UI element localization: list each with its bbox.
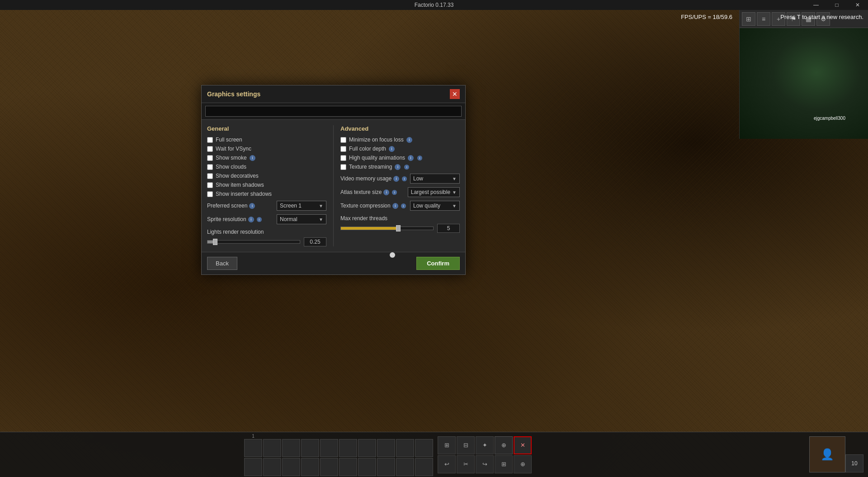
lights-render-slider[interactable] (207, 240, 300, 244)
texture-streaming-checkbox[interactable] (340, 164, 346, 170)
slot-1[interactable] (244, 439, 262, 457)
action-icon-3[interactable]: ✦ (476, 436, 494, 454)
max-render-threads-row: Max render threads 5 (340, 215, 460, 233)
high-quality-anim-info-icon[interactable]: i (408, 155, 414, 161)
dialog-titlebar: Graphics settings ✕ (202, 85, 465, 103)
full-screen-label: Full screen (216, 137, 242, 143)
minimize-button[interactable]: — (806, 0, 826, 10)
action-icon-4[interactable]: ⊕ (495, 436, 513, 454)
search-input[interactable] (205, 106, 462, 117)
slot-6[interactable] (339, 439, 357, 457)
hotbar-row2 (244, 458, 433, 476)
high-quality-anim-info2-icon[interactable]: i (417, 156, 422, 161)
action-icon-10[interactable]: ⊕ (514, 455, 532, 473)
item-shadows-checkbox[interactable] (207, 182, 213, 188)
sprite-resolution-info-icon[interactable]: i (248, 217, 254, 222)
preferred-screen-dropdown[interactable]: Screen 1 ▼ (277, 201, 326, 211)
video-memory-info-icon[interactable]: i (393, 176, 399, 182)
slot-3[interactable] (282, 439, 300, 457)
texture-compression-row: Texture compression i i Low quality ▼ (340, 201, 460, 211)
atlas-texture-arrow: ▼ (452, 190, 457, 195)
video-memory-dropdown[interactable]: Low ▼ (410, 174, 460, 184)
preferred-screen-info-icon[interactable]: i (249, 203, 255, 209)
checkbox-inserter-shadows: Show inserter shadows (207, 191, 326, 197)
slot-8[interactable] (377, 439, 395, 457)
count-badge: 10 (845, 454, 863, 472)
confirm-button[interactable]: Confirm (416, 257, 460, 270)
checkbox-smoke: Show smoke i (207, 155, 326, 161)
slot-19[interactable] (396, 458, 414, 476)
action-icon-6[interactable]: ↩ (438, 455, 456, 473)
texture-compression-info2-icon[interactable]: i (401, 203, 406, 208)
slot-11[interactable] (244, 458, 262, 476)
texture-streaming-info-icon[interactable]: i (395, 164, 401, 170)
full-color-info-icon[interactable]: i (389, 146, 395, 152)
slot-17[interactable] (358, 458, 376, 476)
preferred-screen-arrow: ▼ (319, 203, 323, 208)
action-icon-8[interactable]: ↪ (476, 455, 494, 473)
preferred-screen-row: Preferred screen i Screen 1 ▼ (207, 201, 326, 211)
research-hint: Press T to start a new research. (780, 14, 863, 20)
maximize-button[interactable]: □ (826, 0, 847, 10)
minimize-focus-checkbox[interactable] (340, 137, 346, 143)
toolbar-icon-list[interactable]: ≡ (757, 12, 770, 26)
slot-14[interactable] (301, 458, 319, 476)
sprite-resolution-arrow: ▼ (319, 217, 323, 222)
window-close-button[interactable]: ✕ (847, 0, 868, 10)
slot-15[interactable] (320, 458, 338, 476)
character-icon[interactable]: 👤 (809, 436, 845, 472)
minimap[interactable]: ejgcampbell300 (740, 28, 868, 139)
video-memory-label: Video memory usage i i (340, 175, 407, 182)
slot-7[interactable] (358, 439, 376, 457)
action-icon-5[interactable]: ✕ (514, 436, 532, 454)
window-controls: — □ ✕ (806, 0, 868, 10)
back-button[interactable]: Back (207, 257, 237, 270)
checkbox-high-quality-anim: High quality animations i i (340, 155, 460, 161)
smoke-info-icon[interactable]: i (250, 155, 255, 161)
checkbox-vsync: Wait for VSync (207, 146, 326, 152)
lights-render-handle[interactable] (213, 239, 217, 245)
action-icon-9[interactable]: ⊞ (495, 455, 513, 473)
sprite-resolution-dropdown[interactable]: Normal ▼ (277, 214, 326, 224)
slot-13[interactable] (282, 458, 300, 476)
atlas-texture-info2-icon[interactable]: i (392, 190, 397, 195)
slot-2[interactable] (263, 439, 281, 457)
checkbox-clouds: Show clouds (207, 164, 326, 170)
action-icon-7[interactable]: ✂ (457, 455, 475, 473)
full-color-checkbox[interactable] (340, 146, 346, 152)
action-icon-1[interactable]: ⊞ (438, 436, 456, 454)
smoke-checkbox[interactable] (207, 155, 213, 161)
full-color-label: Full color depth (349, 146, 386, 152)
action-icon-2[interactable]: ⊟ (457, 436, 475, 454)
fps-counter: FPS/UPS = 18/59.6 (681, 14, 732, 20)
inserter-shadows-checkbox[interactable] (207, 191, 213, 197)
action-icons: ⊞ ⊟ ✦ ⊕ ✕ ↩ ✂ ↪ ⊞ ⊕ (438, 436, 532, 473)
atlas-texture-info-icon[interactable]: i (383, 189, 389, 195)
slot-9[interactable] (396, 439, 414, 457)
slot-20[interactable] (415, 458, 433, 476)
texture-compression-dropdown[interactable]: Low quality ▼ (410, 201, 460, 211)
vsync-checkbox[interactable] (207, 146, 213, 152)
minimize-focus-info-icon[interactable]: i (406, 137, 412, 143)
slot-5[interactable] (320, 439, 338, 457)
dialog-close-button[interactable]: ✕ (450, 89, 460, 99)
max-render-threads-slider[interactable] (340, 227, 434, 230)
title-bar: Factorio 0.17.33 — □ ✕ (0, 0, 868, 10)
texture-streaming-info2-icon[interactable]: i (404, 165, 409, 170)
slot-16[interactable] (339, 458, 357, 476)
texture-compression-info-icon[interactable]: i (392, 203, 398, 209)
sprite-resolution-info2-icon[interactable]: i (257, 217, 262, 222)
max-render-threads-handle[interactable] (396, 225, 401, 231)
toolbar-icon-map[interactable]: ⊞ (742, 12, 755, 26)
video-memory-info2-icon[interactable]: i (402, 176, 407, 181)
full-screen-checkbox[interactable] (207, 137, 213, 143)
slot-18[interactable] (377, 458, 395, 476)
lights-render-value: 0.25 (304, 237, 326, 246)
decoratives-checkbox[interactable] (207, 173, 213, 179)
slot-4[interactable] (301, 439, 319, 457)
clouds-checkbox[interactable] (207, 164, 213, 170)
slot-12[interactable] (263, 458, 281, 476)
high-quality-anim-checkbox[interactable] (340, 155, 346, 161)
atlas-texture-dropdown[interactable]: Largest possible ▼ (408, 187, 460, 197)
slot-10[interactable] (415, 439, 433, 457)
